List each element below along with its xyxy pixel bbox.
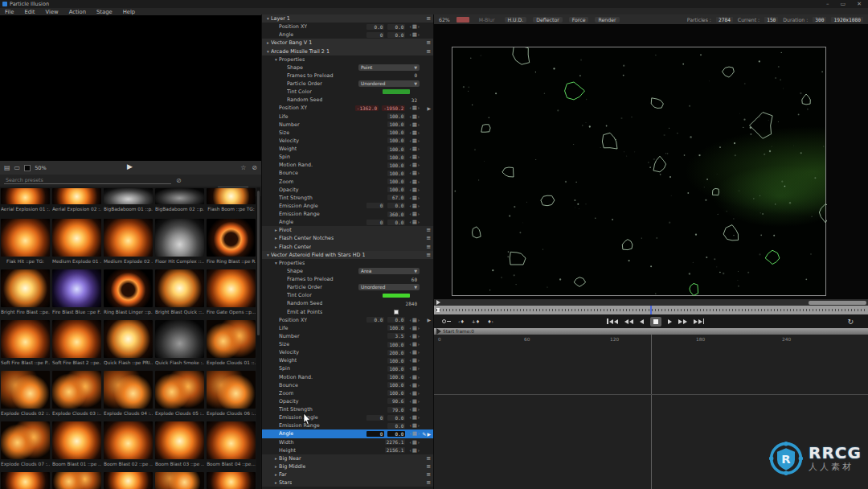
property-row-position-xy[interactable]: Position XY0.00.0‹▦› [262,23,433,31]
stepper-right-icon[interactable]: › [418,366,420,371]
value-stepper[interactable]: ‹▦› [409,31,420,38]
stepper-right-icon[interactable]: › [418,162,420,167]
stepper-grid-icon[interactable]: ▦ [412,154,417,160]
menu-file[interactable]: File [5,9,14,15]
property-row-shape[interactable]: ShapeArea▼ [262,267,433,275]
value-stepper[interactable]: ‹▦› [409,325,420,331]
stepper-right-icon[interactable]: › [418,203,420,208]
property-row-arcade-missile-trail-2-1[interactable]: ▾Arcade Missile Trail 2 1≡ [262,47,433,55]
value-field[interactable]: 0 [360,72,420,78]
value-stepper[interactable]: ‹▦› [409,447,420,454]
value-stepper[interactable]: ‹▦› [409,357,420,364]
stepper-left-icon[interactable]: ‹ [409,350,411,355]
value-field[interactable]: 0 [366,415,384,421]
value-stepper[interactable]: ‹▦› [409,390,420,397]
dropdown-particle-order[interactable]: Unordered▼ [358,284,420,290]
property-row-vector-asteroid-field-with-stars-hd-1[interactable]: ▾Vector Asteroid Field with Stars HD 1≡ [262,251,433,259]
caret-right-icon[interactable]: ▸ [273,456,279,461]
stepper-right-icon[interactable]: › [418,391,420,396]
stepper-grid-icon[interactable]: ▦ [412,398,417,405]
stepper-right-icon[interactable]: › [418,171,420,175]
property-row-pivot[interactable]: ▸Pivot≡ [262,226,433,234]
stepper-grid-icon[interactable]: ▦ [412,447,417,454]
preset-thumbnail[interactable]: Explode Clouds 06 :... [207,371,256,418]
stepper-right-icon[interactable]: › [418,407,420,412]
caret-down-icon[interactable]: ▾ [265,253,271,257]
list-icon[interactable]: ▤ [4,164,10,171]
loop-icon[interactable]: ↻ [847,318,854,326]
emitter-menu-icon[interactable]: ≡ [426,252,431,258]
preset-thumbnail[interactable]: Quick Flash Smoke :... [155,320,204,368]
preset-thumbnail[interactable] [52,472,101,489]
library-scrollbar[interactable] [256,187,260,489]
stepper-grid-icon[interactable]: ▦ [412,365,417,372]
jump-end-button[interactable] [694,318,705,324]
property-row-frames-to-preload[interactable]: Frames to Preload0 [262,72,433,80]
value-field[interactable]: 360.0 [387,212,405,217]
property-row-motion-rand-[interactable]: Motion Rand.100.0‹▦› [262,161,433,169]
preset-thumbnail[interactable]: BigBadaboom 02 ::p... [155,188,204,214]
frame-ruler[interactable] [434,306,868,314]
toolbar-button-render[interactable]: Render [595,17,619,23]
stepper-left-icon[interactable]: ‹ [409,399,411,404]
value-stepper[interactable]: ‹▦› [409,349,420,355]
graph-play-icon[interactable]: ▶ [427,105,431,111]
preset-thumbnail[interactable] [155,472,204,489]
property-row-stars[interactable]: ▸Stars≡ [262,479,433,487]
property-row-tint-strength[interactable]: Tint Strength67.0‹▦› [262,194,433,202]
value-stepper[interactable]: ‹▦› [409,211,420,217]
property-row-spin[interactable]: Spin100.0‹▦› [262,364,433,372]
stepper-left-icon[interactable]: ‹ [409,171,411,175]
property-row-bounce[interactable]: Bounce100.0‹▦› [262,169,433,177]
stepper-left-icon[interactable]: ‹ [409,423,411,428]
toolbar-button-hud[interactable]: H.U.D. [505,17,527,23]
emitter-menu-icon[interactable]: ≡ [426,227,431,233]
stepper-left-icon[interactable]: ‹ [409,366,411,371]
property-row-emission-range[interactable]: Emission Range0.0‹▦› [262,421,433,429]
stepper-left-icon[interactable]: ‹ [409,440,411,445]
value-field[interactable]: 0.0 [366,24,384,30]
prev-keyframe-icon[interactable]: ‹♦ [458,318,465,324]
stepper-left-icon[interactable]: ‹ [409,391,411,396]
value-field[interactable]: 100.0 [387,179,405,184]
preset-thumbnail[interactable]: Explode Clouds 02 ::... [1,371,50,418]
stepper-left-icon[interactable]: ‹ [409,114,411,119]
emitter-track-bar[interactable]: Start frame:0 [434,328,868,335]
property-row-opacity[interactable]: Opacity90.6‹▦› [262,397,433,405]
value-stepper[interactable]: ‹▦› [409,219,420,225]
preset-thumbnail[interactable]: Boom Blast 03 ::pe ... [155,421,204,469]
preset-thumbnail[interactable]: Soft Fire Blast 2 ::pe... [52,320,101,368]
value-field[interactable]: 100.0 [387,374,405,380]
stepper-left-icon[interactable]: ‹ [409,179,411,184]
value-field[interactable]: 100.0 [387,171,405,176]
property-row-big-near[interactable]: ▸Big Near≡ [262,454,433,462]
property-row-emission-range[interactable]: Emission Range360.0‹▦› [262,210,433,218]
value-field[interactable]: 0.0 [387,220,405,225]
value-field[interactable]: 0 [366,203,384,208]
color-swatch[interactable] [383,89,410,94]
preset-thumbnail[interactable]: Explode Clouds 01 ::... [207,320,256,368]
preset-thumbnail[interactable]: Medium Explode 01 ... [52,219,101,266]
star-icon[interactable]: ☆ [240,164,246,171]
value-field[interactable]: -1950.2 [382,105,405,111]
caret-right-icon[interactable]: ▸ [273,464,279,469]
preset-thumbnail[interactable]: Flak Hit ::pe TG: [1,219,50,266]
caret-right-icon[interactable]: ▸ [265,40,271,45]
stepper-grid-icon[interactable]: ▦ [412,439,417,446]
value-stepper[interactable]: ‹▦› [409,203,420,209]
stepper-grid-icon[interactable]: ▦ [412,195,417,201]
value-field[interactable]: -1362.0 [355,105,379,111]
stepper-right-icon[interactable]: › [418,375,420,380]
preset-thumbnail[interactable] [104,472,153,489]
stepper-grid-icon[interactable]: ▦ [412,162,417,168]
preset-thumbnail[interactable]: Explode Clouds 07 :... [1,421,50,469]
stepper-right-icon[interactable]: › [418,334,420,339]
value-field[interactable]: 0.0 [387,431,405,437]
value-field[interactable]: 67.0 [387,195,405,200]
stepper-grid-icon[interactable]: ▦ [412,430,417,437]
stepper-left-icon[interactable]: ‹ [409,146,411,151]
preset-thumbnail[interactable]: Flash Boom ::pe TG: [207,188,256,214]
stepper-grid-icon[interactable]: ▦ [412,325,417,331]
preset-thumbnail[interactable]: Boom Blast 02 ::pe ... [104,421,153,469]
value-field[interactable]: 100.0 [387,154,405,160]
